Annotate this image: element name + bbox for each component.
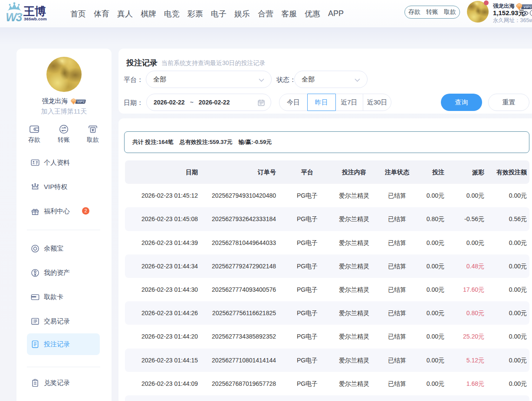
svg-text:W3: W3 [6,11,22,24]
svg-text:VIP1: VIP1 [523,5,532,9]
svg-text:VIP1: VIP1 [77,100,84,104]
